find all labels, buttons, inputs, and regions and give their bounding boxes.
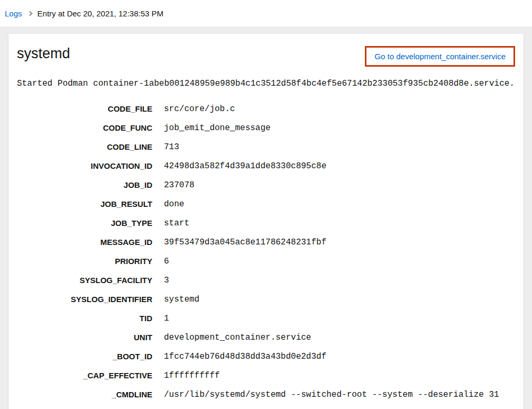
log-fields: CODE_FILEsrc/core/job.cCODE_FUNCjob_emit… [17, 103, 515, 409]
log-entry-header: systemd Go to development_container.serv… [17, 44, 515, 67]
breadcrumb-current-entry: Entry at Dec 20, 2021, 12:38:53 PM [38, 9, 163, 18]
field-value: job_emit_done_message [164, 122, 515, 134]
field-value: /usr/lib/systemd/systemd --switched-root… [164, 389, 515, 401]
field-value: development_container.service [164, 332, 515, 343]
field-value: done [164, 198, 515, 210]
page-section: systemd Go to development_container.serv… [0, 26, 532, 409]
field-value: 6 [164, 256, 515, 267]
field-value: 1ffffffffff [164, 370, 515, 381]
breadcrumb-logs-link[interactable]: Logs [5, 9, 22, 18]
field-key: TID [17, 313, 152, 324]
field-value: 237078 [164, 179, 515, 191]
field-key: MESSAGE_ID [17, 237, 152, 248]
field-value: start [164, 217, 515, 229]
log-message: Started Podman container-1abeb001248959e… [17, 78, 515, 89]
field-value: systemd [164, 294, 515, 305]
field-key: _CAP_EFFECTIVE [17, 370, 152, 381]
field-key: CODE_FILE [17, 103, 152, 115]
chevron-right-icon [27, 11, 32, 16]
field-value: 1 [164, 313, 515, 324]
goto-service-button[interactable]: Go to development_container.service [365, 46, 515, 67]
page-title: systemd [17, 44, 70, 63]
field-key: JOB_RESULT [17, 198, 152, 210]
field-key: PRIORITY [17, 256, 152, 267]
field-value: 1fcc744eb76d48d38dd3a43bd0e2d3df [164, 351, 515, 362]
field-value: src/core/job.c [164, 103, 515, 115]
field-key: _BOOT_ID [17, 351, 152, 362]
log-entry-card: systemd Go to development_container.serv… [8, 34, 524, 409]
field-key: SYSLOG_FACILITY [17, 275, 152, 286]
field-key: JOB_ID [17, 179, 152, 191]
field-key: INVOCATION_ID [17, 160, 152, 172]
field-key: _CMDLINE [17, 389, 152, 401]
field-key: SYSLOG_IDENTIFIER [17, 294, 152, 305]
breadcrumb: Logs Entry at Dec 20, 2021, 12:38:53 PM [0, 0, 532, 26]
field-key: UNIT [17, 332, 152, 343]
field-value: 713 [164, 141, 515, 153]
field-key: CODE_FUNC [17, 122, 152, 134]
page-root: Logs Entry at Dec 20, 2021, 12:38:53 PM … [0, 0, 532, 409]
field-value: 42498d3a582f4d39a1dde8330c895c8e [164, 160, 515, 172]
field-value: 39f53479d3a045ac8e11786248231fbf [164, 237, 515, 248]
field-key: JOB_TYPE [17, 217, 152, 229]
field-key: CODE_LINE [17, 141, 152, 153]
field-value: 3 [164, 275, 515, 286]
